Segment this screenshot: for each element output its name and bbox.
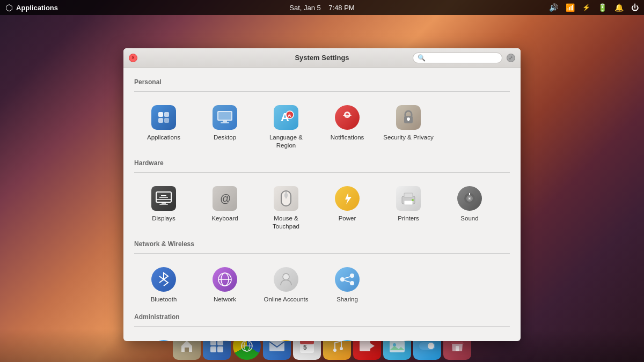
svg-point-43 — [350, 274, 354, 278]
settings-item-displays[interactable]: Displays — [134, 180, 193, 236]
displays-icon — [151, 186, 177, 211]
personal-grid: Applications — [134, 99, 510, 155]
section-administration: Administration i About — [134, 313, 510, 341]
search-box[interactable]: 🔍 — [413, 53, 502, 63]
mouse-label: Mouse & Touchpad — [261, 215, 311, 231]
settings-item-user-accounts[interactable]: User Accounts — [379, 334, 438, 341]
section-network-label: Network & Wireless — [134, 240, 510, 248]
sharing-icon — [334, 267, 360, 292]
svg-rect-3 — [164, 118, 169, 123]
parental-icon — [273, 339, 299, 341]
sharing-label: Sharing — [336, 295, 358, 304]
svg-rect-77 — [360, 341, 370, 351]
keyboard-icon: @ — [212, 186, 238, 211]
sound-label: Sound — [460, 215, 478, 223]
network-icon — [212, 267, 238, 292]
svg-marker-78 — [370, 343, 375, 349]
wifi-icon[interactable]: 📶 — [566, 3, 575, 12]
section-administration-divider — [134, 326, 510, 327]
svg-text:A: A — [288, 113, 291, 118]
topbar-date: Sat, Jan 5 — [289, 4, 321, 12]
desktop-icon — [212, 105, 238, 130]
hardware-grid: Displays @ Keyboard — [134, 180, 510, 236]
battery-icon[interactable]: 🔋 — [598, 3, 607, 12]
settings-item-language[interactable]: A A Language & Region — [257, 99, 316, 155]
app-menu-label[interactable]: Applications — [16, 4, 58, 12]
settings-item-security[interactable]: Security & Privacy — [379, 99, 438, 155]
section-network: Network & Wireless — [134, 240, 510, 309]
settings-item-printers[interactable]: Printers — [379, 180, 438, 236]
displays-label: Displays — [152, 215, 175, 223]
apple-icon[interactable]: ⬡ — [5, 3, 13, 13]
datetime-icon — [212, 339, 238, 341]
svg-rect-66 — [210, 346, 216, 352]
notification-bell-icon[interactable]: 🔔 — [614, 3, 624, 12]
svg-rect-1 — [164, 112, 169, 117]
close-button[interactable]: × — [129, 54, 137, 62]
settings-item-notifications[interactable]: Notifications — [318, 99, 377, 155]
sound-icon — [457, 186, 482, 211]
section-hardware-divider — [134, 172, 510, 173]
svg-point-82 — [428, 343, 434, 349]
svg-rect-20 — [159, 204, 168, 205]
svg-rect-26 — [284, 193, 288, 197]
settings-item-sharing[interactable]: Sharing — [318, 261, 377, 309]
settings-item-datetime[interactable]: Date & Time — [195, 334, 254, 341]
desktop-label: Desktop — [214, 134, 236, 142]
bluetooth-icon[interactable]: ⚡ — [582, 4, 590, 11]
keyboard-label: Keyboard — [211, 215, 238, 223]
settings-item-parental[interactable]: Parental Control — [257, 334, 316, 341]
svg-rect-0 — [158, 112, 163, 117]
applications-icon — [151, 105, 177, 130]
section-personal-divider — [134, 91, 510, 92]
topbar-right: 🔊 📶 ⚡ 🔋 🔔 ⏻ — [549, 3, 639, 12]
volume-icon[interactable]: 🔊 — [549, 3, 558, 12]
topbar: ⬡ Applications Sat, Jan 5 7:48 PM 🔊 📶 ⚡ … — [0, 0, 644, 15]
security-label: Security & Privacy — [383, 134, 433, 142]
svg-rect-83 — [456, 346, 459, 351]
section-network-divider — [134, 253, 510, 254]
svg-rect-5 — [218, 112, 231, 120]
bluetooth-item-icon — [151, 267, 177, 292]
topbar-center: Sat, Jan 5 7:48 PM — [289, 4, 354, 12]
settings-item-keyboard[interactable]: @ Keyboard — [195, 180, 254, 236]
svg-rect-13 — [343, 115, 352, 116]
svg-line-46 — [345, 277, 350, 278]
settings-item-network[interactable]: Network — [195, 261, 254, 309]
settings-item-mouse[interactable]: Mouse & Touchpad — [257, 180, 316, 236]
window-title: System Settings — [295, 54, 349, 62]
svg-marker-27 — [345, 193, 352, 204]
printers-icon — [396, 186, 421, 211]
section-personal: Personal — [134, 78, 510, 155]
svg-text:@: @ — [220, 193, 231, 204]
expand-button[interactable]: ⤢ — [507, 54, 515, 62]
svg-point-76 — [340, 347, 343, 350]
settings-item-bluetooth[interactable]: Bluetooth — [134, 261, 193, 309]
svg-rect-19 — [162, 202, 166, 204]
settings-item-desktop[interactable]: Desktop — [195, 99, 254, 155]
topbar-left: ⬡ Applications — [5, 3, 58, 13]
power-icon[interactable]: ⏻ — [631, 3, 639, 12]
section-personal-label: Personal — [134, 78, 510, 86]
notifications-icon — [334, 105, 360, 130]
svg-line-38 — [159, 279, 164, 283]
svg-text:5: 5 — [303, 344, 307, 351]
power-icon-item — [334, 186, 360, 211]
security-icon — [396, 105, 421, 130]
online-accounts-icon — [273, 267, 299, 292]
settings-item-power[interactable]: Power — [318, 180, 377, 236]
bluetooth-label: Bluetooth — [151, 295, 177, 304]
settings-item-universal[interactable]: Universal Access — [318, 334, 377, 341]
svg-rect-2 — [158, 118, 163, 123]
svg-rect-79 — [390, 341, 405, 352]
search-input[interactable] — [428, 54, 497, 62]
section-hardware: Hardware — [134, 159, 510, 236]
titlebar: × System Settings 🔍 ⤢ — [123, 48, 521, 68]
svg-rect-6 — [223, 121, 227, 122]
settings-window: × System Settings 🔍 ⤢ Personal — [123, 48, 521, 341]
svg-point-42 — [283, 274, 289, 280]
settings-item-sound[interactable]: Sound — [440, 180, 499, 236]
settings-item-applications[interactable]: Applications — [134, 99, 193, 155]
settings-item-online-accounts[interactable]: Online Accounts — [257, 261, 316, 309]
settings-item-about[interactable]: i About — [134, 334, 193, 341]
